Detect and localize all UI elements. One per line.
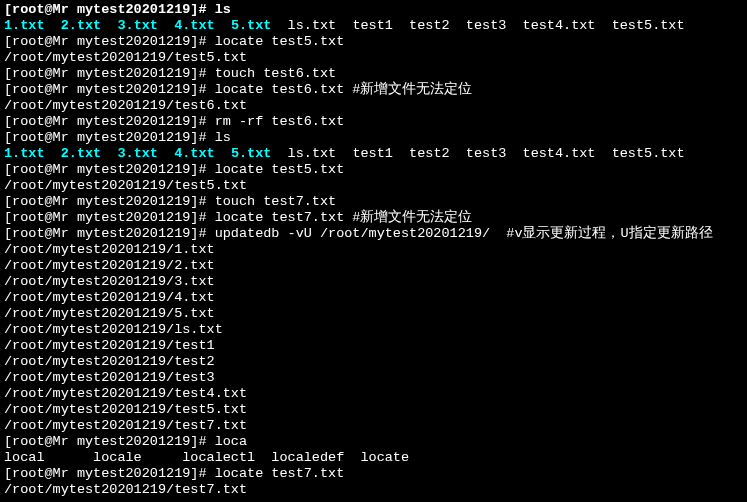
terminal-segment: /root/mytest20201219/2.txt — [4, 258, 215, 273]
terminal-segment: 5.txt — [231, 18, 272, 33]
terminal-line: 1.txt 2.txt 3.txt 4.txt 5.txt ls.txt tes… — [4, 18, 743, 34]
terminal-segment: 3.txt — [117, 18, 158, 33]
terminal-line: [root@Mr mytest20201219]# touch test7.tx… — [4, 194, 743, 210]
terminal-segment — [158, 18, 174, 33]
terminal-line: [root@Mr mytest20201219]# touch test6.tx… — [4, 66, 743, 82]
terminal-segment: [root@Mr mytest20201219]# ls — [4, 130, 231, 145]
terminal-line: /root/mytest20201219/4.txt — [4, 290, 743, 306]
terminal-line: /root/mytest20201219/test2 — [4, 354, 743, 370]
terminal-segment: /root/mytest20201219/test7.txt — [4, 482, 247, 497]
terminal-line: [root@Mr mytest20201219]# loca — [4, 434, 743, 450]
terminal-segment: [root@Mr mytest20201219]# updatedb -vU /… — [4, 226, 713, 241]
terminal-segment: ls.txt test1 test2 test3 test4.txt test5… — [288, 18, 685, 33]
terminal-segment: 3.txt — [117, 146, 158, 161]
terminal-line: /root/mytest20201219/test7.txt — [4, 418, 743, 434]
terminal-segment — [215, 146, 231, 161]
terminal-segment: [root@Mr mytest20201219]# locate test6.t… — [4, 82, 472, 97]
terminal-segment: /root/mytest20201219/test6.txt — [4, 98, 247, 113]
terminal-line: /root/mytest20201219/test6.txt — [4, 98, 743, 114]
terminal-line: /root/mytest20201219/test5.txt — [4, 402, 743, 418]
terminal-line: 1.txt 2.txt 3.txt 4.txt 5.txt ls.txt tes… — [4, 146, 743, 162]
terminal-line: /root/mytest20201219/ls.txt — [4, 322, 743, 338]
terminal-segment: /root/mytest20201219/5.txt — [4, 306, 215, 321]
terminal-line: /root/mytest20201219/3.txt — [4, 274, 743, 290]
terminal-segment: [root@Mr mytest20201219]# locate test5.t… — [4, 34, 344, 49]
terminal-segment: /root/mytest20201219/test3 — [4, 370, 215, 385]
terminal-segment: 4.txt — [174, 18, 215, 33]
terminal-line: [root@Mr mytest20201219]# locate test5.t… — [4, 162, 743, 178]
terminal-segment — [45, 18, 61, 33]
terminal-line: /root/mytest20201219/test3 — [4, 370, 743, 386]
terminal-line: /root/mytest20201219/test5.txt — [4, 50, 743, 66]
terminal-segment: [root@Mr mytest20201219]# rm -rf test6.t… — [4, 114, 344, 129]
terminal-segment — [101, 18, 117, 33]
terminal-segment — [271, 18, 287, 33]
terminal-segment: /root/mytest20201219/ls.txt — [4, 322, 223, 337]
terminal-segment: 5.txt — [231, 146, 272, 161]
terminal-line: [root@Mr mytest20201219]# locate test6.t… — [4, 82, 743, 98]
terminal-segment: /root/mytest20201219/1.txt — [4, 242, 215, 257]
terminal-line: [root@Mr mytest20201219]# rm -rf test6.t… — [4, 114, 743, 130]
terminal-line: /root/mytest20201219/1.txt — [4, 242, 743, 258]
terminal-segment: [root@Mr mytest20201219]# touch test7.tx… — [4, 194, 336, 209]
terminal-segment: 2.txt — [61, 18, 102, 33]
terminal-segment: 1.txt — [4, 18, 45, 33]
terminal-line: /root/mytest20201219/test4.txt — [4, 386, 743, 402]
terminal-segment: ls.txt test1 test2 test3 test4.txt test5… — [288, 146, 685, 161]
terminal-line: /root/mytest20201219/test1 — [4, 338, 743, 354]
terminal-segment: /root/mytest20201219/test5.txt — [4, 50, 247, 65]
terminal-segment — [101, 146, 117, 161]
terminal-segment — [215, 18, 231, 33]
terminal-segment: /root/mytest20201219/test5.txt — [4, 402, 247, 417]
terminal-output[interactable]: [root@Mr mytest20201219]# ls1.txt 2.txt … — [0, 0, 747, 502]
terminal-segment: [root@Mr mytest20201219]# locate test7.t… — [4, 466, 344, 481]
terminal-segment: /root/mytest20201219/test7.txt — [4, 418, 247, 433]
terminal-segment: 1.txt — [4, 146, 45, 161]
terminal-segment — [158, 146, 174, 161]
terminal-line: [root@Mr mytest20201219]# locate test7.t… — [4, 466, 743, 482]
terminal-line: [root@Mr mytest20201219]# ls — [4, 130, 743, 146]
terminal-line: /root/mytest20201219/test5.txt — [4, 178, 743, 194]
terminal-line: /root/mytest20201219/test7.txt — [4, 482, 743, 498]
terminal-line: [root@Mr mytest20201219]# updatedb -vU /… — [4, 226, 743, 242]
terminal-line: [root@Mr mytest20201219]# ls — [4, 2, 743, 18]
terminal-segment: 4.txt — [174, 146, 215, 161]
terminal-line: /root/mytest20201219/5.txt — [4, 306, 743, 322]
terminal-segment: /root/mytest20201219/4.txt — [4, 290, 215, 305]
terminal-segment: [root@Mr mytest20201219]# touch test6.tx… — [4, 66, 336, 81]
terminal-segment: [root@Mr mytest20201219]# locate test7.t… — [4, 210, 472, 225]
terminal-line: /root/mytest20201219/2.txt — [4, 258, 743, 274]
terminal-segment — [45, 146, 61, 161]
terminal-segment: /root/mytest20201219/3.txt — [4, 274, 215, 289]
terminal-segment: [root@Mr mytest20201219]# locate test5.t… — [4, 162, 344, 177]
terminal-line: [root@Mr mytest20201219]# locate test7.t… — [4, 210, 743, 226]
terminal-segment: [root@Mr mytest20201219]# loca — [4, 434, 247, 449]
terminal-segment: local locale localectl localedef locate — [4, 450, 409, 465]
terminal-segment: /root/mytest20201219/test5.txt — [4, 178, 247, 193]
terminal-segment — [271, 146, 287, 161]
terminal-segment: /root/mytest20201219/test1 — [4, 338, 215, 353]
terminal-segment: 2.txt — [61, 146, 102, 161]
terminal-line: local locale localectl localedef locate — [4, 450, 743, 466]
terminal-line: [root@Mr mytest20201219]# locate test5.t… — [4, 34, 743, 50]
terminal-segment: /root/mytest20201219/test2 — [4, 354, 215, 369]
terminal-segment: [root@Mr mytest20201219]# ls — [4, 2, 231, 17]
terminal-segment: /root/mytest20201219/test4.txt — [4, 386, 247, 401]
